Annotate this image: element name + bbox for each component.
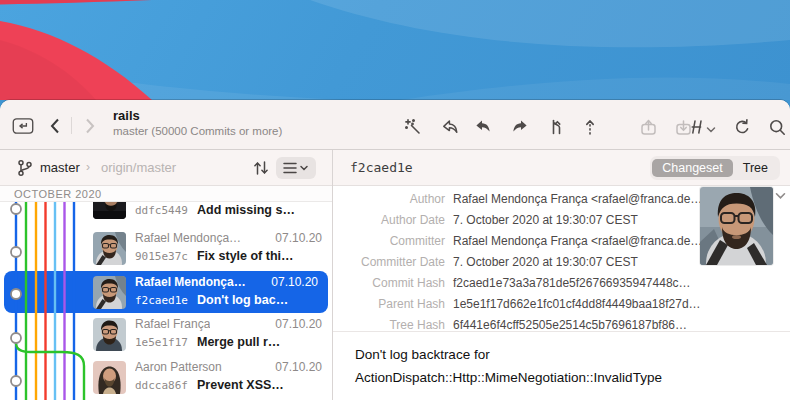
month-section-header: OCTOBER 2020 [0,186,332,202]
tab-changeset[interactable]: Changeset [652,159,732,177]
field-value: Rafael Mendonça França <rafael@franca.de… [453,192,702,213]
commit-author: Rafael Mendonça… [135,275,246,291]
rebase-branch-icon[interactable] [547,117,567,137]
git-branch-icon [16,159,34,177]
changeset-tree-segmented-control: Changeset Tree [650,156,780,180]
field-value: 7. October 2020 at 19:30:07 CEST [453,255,638,276]
window-toolbar: rails master (50000 Commits or more) [0,100,790,150]
chevron-right-icon: › [86,160,90,174]
search-icon[interactable] [767,117,787,137]
commit-subject: Don't log bac… [197,293,288,307]
commit-hash: ddfc5449 [135,204,188,217]
merge-right-icon[interactable] [509,117,529,137]
field-label: Committer [333,234,445,255]
field-label: Committer Date [333,255,445,276]
commit-hash: f2caed1e [135,294,188,307]
main-area: master › origin/master [0,150,790,400]
magic-wand-icon[interactable] [403,117,423,137]
commit-message: Don't log backtrace for ActionDispatch::… [355,343,662,389]
desktop-wallpaper [0,0,790,100]
commit-date: 07.10.20 [271,275,318,291]
compare-branches-icon[interactable] [252,159,270,177]
commit-hash: 1e5e1f17 [135,336,188,349]
tab-tree[interactable]: Tree [733,159,778,177]
avatar [93,232,126,265]
screen: rails master (50000 Commits or more) [0,0,790,400]
field-label: Commit Hash [333,276,445,297]
forward-button[interactable] [79,115,101,137]
commit-row[interactable]: Rafael Mendonça… 07.10.20 9015e37c Fix s… [0,227,332,270]
field-value: f2caed1e73a3a781de5f26766935947448c… [453,276,691,297]
branch-filter-icon[interactable] [686,117,706,137]
undo-arrow-icon[interactable] [440,117,460,137]
field-label: Parent Hash [333,297,445,318]
commit-date: 07.10.20 [275,317,322,333]
push-dotted-icon[interactable] [580,117,600,137]
commit-author: Rafael França [135,317,210,333]
commit-row[interactable]: Aaron Patterson 07.10.20 ddcca86f Preven… [0,356,332,399]
commit-hash: 9015e37c [135,250,188,263]
detail-header: f2caed1e Changeset Tree [333,150,790,186]
field-value: 1e5e1f17d662e1fc01cf4dd8f4449baa18f27d… [453,297,701,318]
commit-row-selected[interactable]: Rafael Mendonça… 07.10.20 f2caed1e Don't… [4,271,328,313]
window-title: rails [113,108,282,124]
field-label: Tree Hash [333,318,445,339]
author-photo [700,187,773,265]
commit-subject: Add missing s… [197,203,295,217]
avatar [93,318,126,351]
window-subtitle: master (50000 Commits or more) [113,124,282,138]
commit-short-hash: f2caed1e [350,160,413,175]
commit-author: Aaron Patterson [135,360,222,376]
avatar [93,276,126,309]
commit-list-panel: master › origin/master [0,150,332,400]
merge-left-icon[interactable] [473,117,493,137]
upstream-branch[interactable]: origin/master [101,160,176,175]
stash-save-icon[interactable] [638,117,658,137]
commit-date: 07.10.20 [275,231,322,247]
field-value: Rafael Mendonça França <rafael@franca.de… [453,234,702,255]
collapse-chevron-icon[interactable] [775,192,786,200]
nav-separator [71,117,72,134]
app-window: rails master (50000 Commits or more) [0,100,790,400]
current-branch[interactable]: master [40,160,80,175]
field-label: Author [333,192,445,213]
field-value: 6f441e6f4cff52505e2514c5b7696187bf86… [453,318,687,339]
branch-header: master › origin/master [0,150,332,186]
refresh-icon[interactable] [732,117,752,137]
avatar [93,361,126,394]
chevron-down-icon[interactable] [705,120,717,140]
detail-divider [333,331,790,332]
back-button[interactable] [44,115,66,137]
commit-subject: Merge pull r… [197,335,280,349]
repository-icon[interactable] [12,115,34,137]
commit-date: 07.10.20 [275,360,322,376]
field-value: 7. October 2020 at 19:30:07 CEST [453,213,638,234]
view-options-button[interactable] [276,157,316,179]
commit-subject: Fix style of thi… [197,249,294,263]
commit-subject: Prevent XSS… [197,378,284,392]
commit-author: Rafael Mendonça… [135,231,241,247]
commit-hash: ddcca86f [135,379,188,392]
commit-row[interactable]: Rafael França 07.10.20 1e5e1f17 Merge pu… [0,313,332,356]
field-label: Author Date [333,213,445,234]
commit-detail-panel: f2caed1e Changeset Tree Author Rafael Me… [333,150,790,400]
